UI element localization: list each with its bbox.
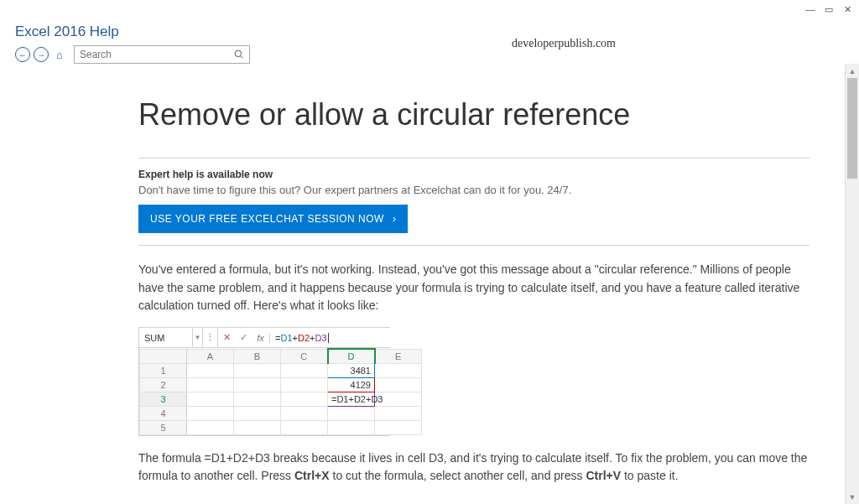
cell-d2: 4129 [328, 377, 375, 392]
formula-ref-d1: D1 [280, 333, 292, 343]
svg-line-1 [241, 56, 243, 59]
row-header-2: 2 [140, 377, 187, 392]
col-header-d: D [328, 349, 375, 363]
spreadsheet-grid: A B C D E 1 3481 2 [139, 348, 422, 435]
text: to cut the formula, select another cell,… [330, 469, 586, 482]
text-cursor [328, 333, 329, 343]
minimize-button[interactable]: — [802, 3, 819, 16]
page-title: Remove or allow a circular reference [138, 97, 810, 132]
cell-c5 [281, 420, 328, 434]
table-row: 5 [140, 420, 422, 434]
cta-button[interactable]: USE YOUR FREE EXCELCHAT SESSION NOW › [138, 205, 408, 233]
row-header-1: 1 [140, 363, 187, 377]
enter-icon: ✓ [235, 328, 252, 347]
cell-d4 [328, 406, 375, 420]
cell-e5 [375, 420, 422, 434]
cell-e1 [375, 363, 422, 377]
maximize-button[interactable]: ▭ [820, 3, 837, 16]
formula-bar: SUM ▼ ⋮ ✕ ✓ fx =D1+D2+D3 [139, 328, 390, 348]
header: Excel 2016 Help ← → ⌂ [0, 18, 859, 64]
article: Remove or allow a circular reference Exp… [138, 97, 810, 486]
app-title: Excel 2016 Help [15, 23, 844, 40]
table-row: 1 3481 [140, 363, 422, 377]
formula-ref-d2: D2 [298, 333, 310, 343]
window: — ▭ ✕ Excel 2016 Help ← → ⌂ developerpub… [0, 0, 859, 504]
row-header-3: 3 [140, 392, 187, 406]
divider [138, 158, 810, 158]
cta-label: USE YOUR FREE EXCELCHAT SESSION NOW [150, 213, 384, 225]
vertical-scrollbar[interactable]: ▲ ▼ [845, 64, 859, 504]
cancel-icon: ✕ [218, 328, 235, 347]
titlebar: — ▭ ✕ [0, 0, 859, 18]
forward-button[interactable]: → [34, 47, 49, 62]
scroll-down-icon[interactable]: ▼ [846, 490, 859, 504]
cell-a1 [187, 363, 234, 377]
scroll-up-icon[interactable]: ▲ [846, 64, 859, 78]
fx-icon: fx [252, 333, 270, 343]
search-box [74, 45, 250, 64]
row-header-5: 5 [140, 420, 187, 434]
name-box: SUM [139, 328, 193, 347]
table-row: 3 =D1+D2+D3 [140, 392, 422, 406]
row-header-4: 4 [140, 406, 187, 420]
content-area: Remove or allow a circular reference Exp… [0, 64, 859, 504]
search-input[interactable] [75, 49, 229, 60]
col-header-e: E [375, 349, 422, 363]
table-row: 2 4129 [140, 377, 422, 392]
cell-a4 [187, 406, 234, 420]
cell-c2 [281, 377, 328, 392]
cell-b5 [234, 420, 281, 434]
text: to paste it. [621, 469, 678, 482]
cell-c4 [281, 406, 328, 420]
formula-input: =D1+D2+D3 [270, 328, 390, 347]
table-row: 4 [140, 406, 422, 420]
cell-e4 [375, 406, 422, 420]
cell-c3 [281, 392, 328, 406]
scroll-thumb[interactable] [847, 78, 857, 179]
paragraph-2: The formula =D1+D2+D3 breaks because it … [138, 449, 810, 486]
svg-point-0 [235, 50, 242, 57]
cell-d5 [328, 420, 375, 434]
search-icon[interactable] [229, 49, 249, 60]
cell-b4 [234, 406, 281, 420]
divider [138, 245, 810, 246]
col-header-a: A [187, 349, 234, 363]
scroll-content: Remove or allow a circular reference Exp… [0, 64, 845, 504]
watermark: developerpublish.com [512, 37, 616, 50]
close-button[interactable]: ✕ [839, 3, 856, 16]
name-box-dropdown-icon: ▼ [193, 328, 203, 347]
home-button[interactable]: ⌂ [52, 47, 67, 62]
nav-row: ← → ⌂ [15, 45, 844, 64]
column-headers: A B C D E [140, 349, 422, 363]
cell-b1 [234, 363, 281, 377]
cell-a3 [187, 392, 234, 406]
cell-a2 [187, 377, 234, 392]
col-header-b: B [234, 349, 281, 363]
cell-b3 [234, 392, 281, 406]
back-button[interactable]: ← [15, 47, 30, 62]
formula-ref-d3: D3 [315, 333, 326, 343]
cell-a5 [187, 420, 234, 434]
cell-e2 [375, 377, 422, 392]
shortcut-ctrl-x: Ctrl+X [294, 469, 330, 482]
cell-d3: =D1+D2+D3 [328, 392, 375, 406]
cell-d1: 3481 [328, 363, 375, 377]
excel-screenshot: SUM ▼ ⋮ ✕ ✓ fx =D1+D2+D3 A [138, 327, 390, 436]
paragraph-1: You've entered a formula, but it's not w… [138, 261, 810, 315]
shortcut-ctrl-v: Ctrl+V [586, 469, 621, 482]
cell-c1 [281, 363, 328, 377]
notice-body: Don't have time to figure this out? Our … [138, 184, 810, 196]
notice-heading: Expert help is available now [138, 169, 810, 180]
col-header-c: C [281, 349, 328, 363]
more-icon: ⋮ [203, 328, 218, 347]
select-all-cell [140, 349, 187, 363]
chevron-right-icon: › [393, 213, 397, 225]
cell-b2 [234, 377, 281, 392]
